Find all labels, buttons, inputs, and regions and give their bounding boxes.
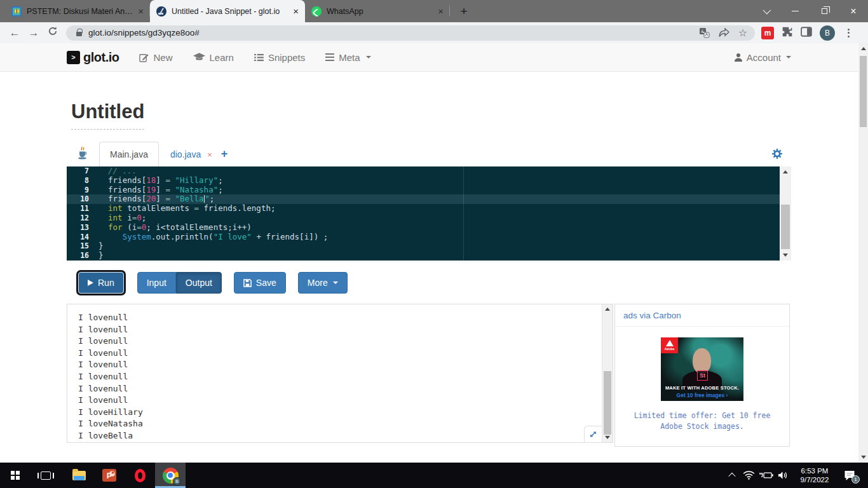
browser-tab-pstetm[interactable]: PSTETM: Diskusi Materi Android × xyxy=(5,0,150,22)
refresh-icon[interactable] xyxy=(43,26,62,39)
ad-caption-link[interactable]: Limited time offer: Get 10 free Adobe St… xyxy=(628,410,776,433)
input-output-toggle: Input Output xyxy=(137,272,222,294)
ad-cta-link[interactable]: Get 10 free images › xyxy=(661,392,743,398)
more-button[interactable]: More xyxy=(298,272,348,294)
expand-output-button[interactable] xyxy=(584,426,602,442)
scroll-up-icon[interactable] xyxy=(602,308,613,311)
page-scrollbar[interactable] xyxy=(858,43,868,463)
line-number: 13 xyxy=(67,223,98,233)
account-menu[interactable]: Account xyxy=(734,52,791,63)
browser-tab-strip: PSTETM: Diskusi Materi Android × Untitle… xyxy=(0,0,868,22)
scroll-down-icon[interactable] xyxy=(780,254,791,257)
file-tab-main-java[interactable]: Main.java xyxy=(99,142,159,166)
folder-icon xyxy=(72,471,86,480)
tab-close-icon[interactable]: × xyxy=(438,6,444,16)
extensions-puzzle-icon[interactable] xyxy=(782,26,793,40)
url-text[interactable]: glot.io/snippets/gd3yqze8oo# xyxy=(88,28,690,37)
output-line: I lovenull xyxy=(78,371,613,383)
lock-icon[interactable] xyxy=(76,32,82,36)
tab-close-icon[interactable]: × xyxy=(293,6,299,16)
tab-close-icon[interactable]: × xyxy=(138,6,144,16)
nav-item-snippets[interactable]: Snippets xyxy=(254,52,305,63)
powerpoint-button[interactable]: P xyxy=(94,463,125,488)
start-button[interactable] xyxy=(0,463,31,488)
file-explorer-button[interactable] xyxy=(64,463,94,488)
wifi-icon[interactable] xyxy=(740,463,757,488)
ads-via-carbon-link[interactable]: ads via Carbon xyxy=(615,304,789,327)
editor-scrollbar[interactable] xyxy=(780,166,791,261)
chevron-down-icon xyxy=(366,56,371,58)
code-line: 9 friends[19] = "Natasha"; xyxy=(67,186,791,195)
ad-model-face xyxy=(693,348,711,374)
task-view-button[interactable] xyxy=(31,463,61,488)
opera-button[interactable] xyxy=(125,463,155,488)
address-bar[interactable]: glot.io/snippets/gd3yqze8oo# ☆ xyxy=(66,25,755,41)
output-line: I loveNatasha xyxy=(78,418,613,430)
scroll-up-icon[interactable] xyxy=(780,170,791,173)
scroll-up-icon[interactable] xyxy=(858,47,868,50)
volume-icon[interactable] xyxy=(775,463,792,488)
powerpoint-icon: P xyxy=(102,469,116,482)
input-button[interactable]: Input xyxy=(137,272,176,294)
file-tab-dio-java[interactable]: dio.java xyxy=(159,142,205,166)
window-close-button[interactable]: × xyxy=(839,0,868,22)
back-icon[interactable]: ← xyxy=(5,27,24,39)
scroll-down-icon[interactable] xyxy=(602,436,613,439)
browser-profile-avatar[interactable]: B xyxy=(820,25,835,41)
code-line: 12 int i=0; xyxy=(67,214,791,223)
nav-item-meta[interactable]: Meta xyxy=(325,52,370,63)
scrollbar-thumb[interactable] xyxy=(604,371,611,435)
code-editor[interactable]: 7 // ...8 friends[18] = "Hillary";9 frie… xyxy=(67,166,791,261)
window-minimize-button[interactable] xyxy=(780,0,810,22)
file-tab-bar: Main.java dio.java × + xyxy=(67,140,791,166)
glot-logo[interactable]: > glot.io xyxy=(67,50,119,65)
bookmark-star-icon[interactable]: ☆ xyxy=(738,27,747,39)
scroll-down-icon[interactable] xyxy=(858,456,868,459)
chrome-button-active[interactable]: B xyxy=(155,463,186,488)
share-icon[interactable] xyxy=(719,28,729,37)
taskbar-clock[interactable]: 6:53 PM 9/7/2022 xyxy=(796,466,834,485)
forward-icon[interactable]: → xyxy=(24,27,43,39)
play-icon xyxy=(88,280,93,286)
translate-icon[interactable] xyxy=(699,27,710,38)
output-line: I lovenull xyxy=(78,336,613,348)
tray-chevron-up-icon[interactable] xyxy=(723,463,740,488)
nav-item-learn[interactable]: Learn xyxy=(193,52,234,63)
mendeley-extension-icon[interactable]: m xyxy=(761,27,774,39)
battery-icon[interactable] xyxy=(757,463,775,488)
output-line: I loveHillary xyxy=(78,407,613,419)
run-button[interactable]: Run xyxy=(78,272,124,294)
browser-menu-kebab-icon[interactable] xyxy=(843,29,855,37)
chrome-profile-badge: B xyxy=(173,477,181,485)
file-tab-close-icon[interactable]: × xyxy=(205,143,215,166)
nav-item-new[interactable]: New xyxy=(139,52,172,63)
code-line: 11 int totalElements = friends.length; xyxy=(67,204,791,214)
code-line: 7 // ... xyxy=(67,166,791,176)
scrollbar-thumb[interactable] xyxy=(781,205,790,249)
add-file-button[interactable]: + xyxy=(215,142,234,166)
side-panel-icon[interactable] xyxy=(801,27,812,39)
chevron-down-icon xyxy=(333,281,338,284)
scrollbar-thumb[interactable] xyxy=(860,56,867,127)
code-line: 10 friends[20] = "Bella"; xyxy=(67,194,791,204)
code-line: 8 friends[18] = "Hillary"; xyxy=(67,176,791,186)
new-tab-button[interactable]: + xyxy=(455,3,473,20)
tab-title: WhatsApp xyxy=(327,7,433,16)
output-scrollbar[interactable] xyxy=(602,304,613,442)
browser-tab-whatsapp[interactable]: WhatsApp × xyxy=(305,0,450,22)
action-center-button[interactable]: 1 xyxy=(839,463,860,488)
extension-area: m B xyxy=(761,25,855,41)
window-menu-chevron-icon[interactable] xyxy=(751,0,780,22)
person-icon xyxy=(734,53,743,62)
browser-tab-glot[interactable]: Untitled - Java Snippet - glot.io × xyxy=(150,0,305,22)
snippet-title[interactable]: Untitled xyxy=(71,100,144,130)
expand-icon xyxy=(589,430,597,438)
output-button[interactable]: Output xyxy=(176,272,222,294)
save-button[interactable]: Save xyxy=(234,272,286,294)
editor-settings-gear-icon[interactable] xyxy=(772,149,782,161)
line-number: 10 xyxy=(67,194,98,204)
action-button-row: Run Input Output Save More xyxy=(78,272,348,294)
line-number: 11 xyxy=(67,204,98,214)
ad-image[interactable]: Adobe St MAKE IT WITH ADOBE STOCK. Get 1… xyxy=(661,337,743,401)
window-restore-button[interactable] xyxy=(810,0,839,22)
